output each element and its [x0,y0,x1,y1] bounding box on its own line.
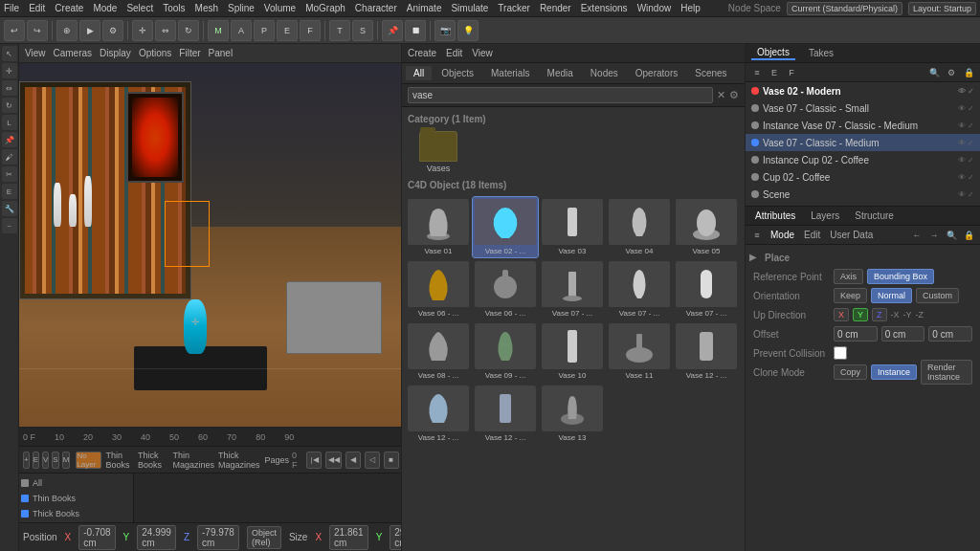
obj-settings-btn[interactable]: ⚙ [944,65,959,80]
tl-material-btn[interactable]: M [62,452,71,469]
menu-mesh[interactable]: Mesh [195,3,218,13]
menu-tools[interactable]: Tools [163,3,185,13]
asset-vase09[interactable]: Vase 09 - ... [473,321,538,382]
attr-back-btn[interactable]: ← [909,228,924,243]
attr-tab-attributes[interactable]: Attributes [751,209,799,222]
tl-play-back[interactable]: ◁ [365,452,380,469]
up-dir-z-btn[interactable]: Z [872,308,887,321]
clone-copy-btn[interactable]: Copy [834,364,867,380]
sidebar-snap-icon[interactable]: 📌 [2,132,17,147]
asset-vase12c[interactable]: Vase 12 - ... [473,384,538,444]
asset-vase07c[interactable]: Vase 07 - ... [674,259,739,320]
orient-normal-btn[interactable]: Normal [871,288,912,303]
renderer-dropdown[interactable]: Current (Standard/Physical) [787,2,902,15]
prevent-collision-checkbox[interactable] [834,346,847,360]
asset-tab-materials[interactable]: Materials [483,66,538,80]
viewport-3d[interactable]: ✛ [19,63,401,427]
menu-file[interactable]: File [4,3,19,13]
obj-lock-btn[interactable]: 🔒 [961,65,976,80]
attr-search-btn[interactable]: 🔍 [944,228,959,243]
obj-vase07-small[interactable]: Vase 07 - Classic - Small 👁✓ [746,99,980,117]
obj-menu-btn[interactable]: ≡ [749,65,765,80]
menu-spline[interactable]: Spline [228,3,255,13]
sidebar-live-icon[interactable]: L [2,115,17,130]
takes-tab[interactable]: Takes [803,47,839,59]
menu-create[interactable]: Create [55,3,83,13]
menu-animate[interactable]: Animate [407,3,442,13]
orient-custom-btn[interactable]: Custom [916,288,959,303]
place-expand-icon[interactable]: ▶ [749,252,757,262]
asset-vase11[interactable]: Vase 11 [607,321,672,382]
menu-extensions[interactable]: Extensions [581,3,628,13]
asset-tab-all[interactable]: All [406,66,432,80]
sidebar-scale-icon[interactable]: ⇔ [2,80,17,96]
coord-z-value[interactable]: -79.978 cm [197,525,239,550]
attr-userdata-btn[interactable]: User Data [826,229,877,241]
sidebar-move-icon[interactable]: ✛ [2,63,17,78]
ref-axis-btn[interactable]: Axis [834,269,863,284]
redo-btn[interactable]: ↪ [27,20,48,41]
points-mode-btn[interactable]: P [254,20,275,41]
menu-volume[interactable]: Volume [264,3,296,13]
objects-tab[interactable]: Objects [751,46,795,60]
asset-vase07a[interactable]: Vase 07 - ... [540,259,605,320]
menu-edit[interactable]: Edit [29,3,45,13]
asset-tab-operators[interactable]: Operators [628,66,685,80]
size-x-value[interactable]: 21.861 cm [329,525,368,550]
sidebar-paint-icon[interactable]: 🖌 [2,149,17,165]
ref-bbox-btn[interactable]: Bounding Box [867,269,934,284]
asset-header-create[interactable]: Create [408,48,436,58]
object-axis-btn[interactable]: A [231,20,252,41]
move-btn[interactable]: ✛ [132,20,153,41]
obj-inst-cup[interactable]: Instance Cup 02 - Coffee 👁✓ [746,151,980,168]
model-mode-btn[interactable]: M [208,20,229,41]
menu-window[interactable]: Window [637,3,672,13]
tl-select-btn[interactable]: S [52,452,58,469]
rotate-btn[interactable]: ↻ [178,20,199,41]
attr-edit-btn[interactable]: Edit [800,229,824,241]
obj-filter-btn[interactable]: F [784,65,799,80]
asset-vase04[interactable]: Vase 04 [607,197,672,257]
obj-search-btn[interactable]: 🔍 [926,65,942,80]
asset-tab-media[interactable]: Media [540,66,581,80]
orient-keep-btn[interactable]: Keep [834,288,867,303]
attr-fwd-btn[interactable]: → [926,228,942,243]
up-dir-x-btn[interactable]: X [834,308,849,321]
menu-tracker[interactable]: Tracker [498,3,530,13]
asset-header-view[interactable]: View [472,48,493,58]
attr-tab-structure[interactable]: Structure [851,209,898,222]
undo-btn[interactable]: ↩ [4,20,25,41]
viewport-menu-options[interactable]: Options [139,48,171,58]
search-filter-btn[interactable]: ⚙ [729,89,739,101]
menu-help[interactable]: Help [680,3,701,13]
obj-scene[interactable]: Scene 👁✓ [746,186,980,203]
viewport-menu-panel[interactable]: Panel [209,48,234,58]
scale-btn[interactable]: ⇔ [155,20,176,41]
offset-x-value[interactable]: 0 cm [834,326,878,342]
tl-create-btn[interactable]: + [23,452,30,469]
polys-mode-btn[interactable]: F [300,20,321,41]
search-clear-btn[interactable]: ✕ [717,89,725,101]
asset-vase07b[interactable]: Vase 07 - ... [607,259,672,320]
tl-prev-frame[interactable]: ◀ [345,452,361,469]
tl-edit-btn[interactable]: E [33,452,39,469]
menu-render[interactable]: Render [540,3,571,13]
timeline-track-content[interactable] [134,474,401,523]
attr-menu-btn[interactable]: ≡ [749,228,765,243]
camera-btn[interactable]: 📷 [434,20,456,41]
layout-dropdown[interactable]: Layout: Startup [908,2,976,15]
asset-vase13[interactable]: Vase 13 [540,384,605,444]
attr-mode-btn[interactable]: Mode [767,229,798,241]
menu-mograph[interactable]: MoGraph [305,3,345,13]
asset-vase12a[interactable]: Vase 12 - ... [674,321,739,382]
obj-instance-vase07[interactable]: Instance Vase 07 - Classic - Medium 👁✓ [746,117,980,134]
viewport-menu-cameras[interactable]: Cameras [54,48,93,58]
asset-header-edit[interactable]: Edit [446,48,462,58]
snap-btn[interactable]: 📌 [382,20,403,41]
texture-btn[interactable]: T [329,20,350,41]
sidebar-smooth-icon[interactable]: ~ [2,218,17,233]
render-settings-btn[interactable]: ⚙ [102,20,123,41]
menu-character[interactable]: Character [355,3,397,13]
menu-mode[interactable]: Mode [93,3,117,13]
clone-instance-btn[interactable]: Instance [871,364,917,380]
